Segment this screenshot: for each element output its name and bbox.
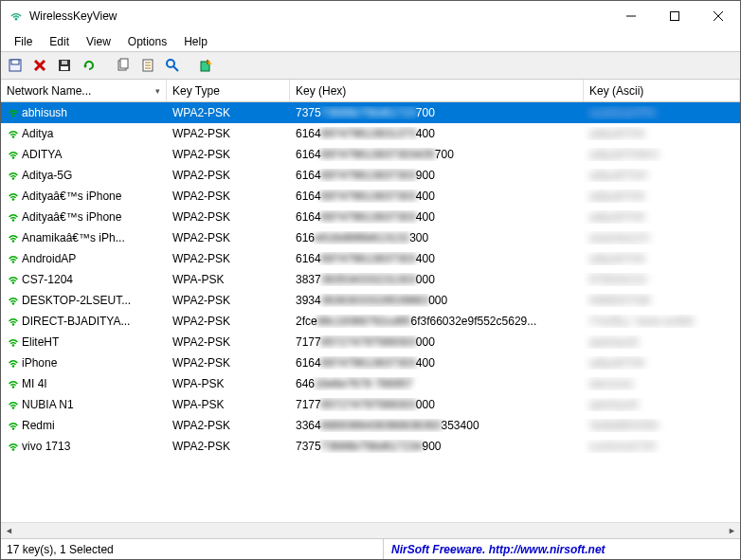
table-row[interactable]: Anamikaâ€™s iPh...WPA2-PSK616e616d696b61…	[1, 227, 740, 248]
cell-network-name: Redmi	[1, 419, 167, 432]
scroll-track[interactable]	[17, 523, 724, 539]
scroll-right-button[interactable]: ►	[724, 523, 740, 539]
cell-key-ascii: adtyo87H4	[584, 190, 740, 203]
status-vendor: NirSoft Freeware. http://www.nirsoft.net	[384, 543, 736, 556]
refresh-icon[interactable]	[79, 55, 99, 76]
menu-options[interactable]: Options	[120, 33, 174, 50]
cell-network-name: DESKTOP-2LSEUT...	[1, 294, 167, 307]
cell-key-ascii: 3w8d86HH54	[584, 419, 740, 432]
svg-point-39	[12, 448, 15, 451]
cell-key-ascii: adtyo87H4	[584, 252, 740, 265]
cell-key-type: WPA2-PSK	[167, 127, 290, 140]
cell-key-type: WPA-PSK	[167, 398, 290, 411]
svg-point-38	[12, 427, 15, 430]
table-row[interactable]: Adityaâ€™s iPhoneWPA2-PSK616469747961383…	[1, 207, 740, 227]
cell-network-name: abhisush	[1, 106, 167, 119]
disk-icon[interactable]	[54, 55, 75, 76]
cell-key-hex: 6164697479613837303400	[290, 252, 584, 265]
svg-point-28	[12, 219, 15, 222]
header-key-hex[interactable]: Key (Hex)	[290, 80, 584, 101]
table-row[interactable]: ADITYAWPA2-PSK6164697479613837303435700a…	[1, 144, 740, 165]
svg-point-23	[12, 115, 15, 117]
menu-file[interactable]: File	[7, 33, 40, 50]
maximize-button[interactable]	[653, 2, 696, 30]
svg-rect-6	[11, 60, 19, 64]
svg-point-26	[12, 177, 15, 180]
table-row[interactable]: NUBIA N1WPA-PSK7177657274797569303000qwe…	[1, 394, 740, 415]
cell-key-ascii: qwertyui0	[584, 398, 740, 411]
table-row[interactable]: AdityaWPA2-PSK6164697479613831373400adty…	[1, 123, 740, 144]
menu-view[interactable]: View	[79, 33, 118, 50]
cell-key-type: WPA-PSK	[167, 377, 290, 390]
copy-icon[interactable]	[113, 55, 134, 76]
table-row[interactable]: MI 4IWPA-PSK64616e6e7678 766957dannove	[1, 373, 740, 394]
table-row[interactable]: RedmiWPA2-PSK336466693864383666363633534…	[1, 415, 740, 436]
svg-line-20	[173, 66, 178, 71]
svg-point-25	[12, 156, 15, 159]
statusbar: 17 key(s), 1 Selected NirSoft Freeware. …	[1, 538, 740, 559]
svg-point-33	[12, 323, 15, 326]
cell-key-type: WPA2-PSK	[167, 440, 290, 453]
cell-key-hex: 64616e6e7678 766957	[290, 377, 584, 390]
delete-icon[interactable]	[29, 55, 50, 76]
cell-key-type: WPA-PSK	[167, 273, 290, 286]
cell-key-type: WPA2-PSK	[167, 106, 290, 119]
vendor-link[interactable]: http://www.nirsoft.net	[489, 543, 605, 556]
table-row[interactable]: CS7-1204WPA-PSK3837363534333231303000876…	[1, 269, 740, 290]
menu-help[interactable]: Help	[176, 33, 215, 50]
svg-marker-12	[83, 65, 87, 68]
toolbar	[1, 51, 740, 80]
cell-key-hex: 737573686b756d61723700	[290, 106, 584, 119]
save-icon[interactable]	[5, 55, 26, 76]
table-row[interactable]: EliteHTWPA2-PSK7177657274797569303000qwe…	[1, 332, 740, 352]
table-row[interactable]: DIRECT-BJADITYA...WPA2-PSK2fce89c1936679…	[1, 311, 740, 332]
cell-key-type: WPA2-PSK	[167, 356, 290, 370]
cell-key-hex: 3837363534333231303000	[290, 273, 584, 286]
header-key-type[interactable]: Key Type	[167, 80, 290, 101]
svg-rect-14	[120, 59, 128, 68]
table-row[interactable]: vivo 1713WPA2-PSK737573686b756d617234900…	[1, 436, 740, 457]
window-title: WirelessKeyView	[29, 9, 609, 23]
cell-key-hex: 6164697479613837303435700	[290, 148, 584, 161]
cell-network-name: Adityaâ€™s iPhone	[1, 210, 167, 224]
cell-key-hex: 6164697479613831373400	[290, 127, 584, 140]
properties-icon[interactable]	[137, 55, 158, 76]
header-key-ascii[interactable]: Key (Ascii)	[584, 80, 740, 101]
close-button[interactable]	[696, 2, 740, 30]
svg-point-37	[12, 406, 15, 409]
find-icon[interactable]	[162, 55, 183, 76]
table-row[interactable]: Aditya-5GWPA2-PSK6164697479613837303900a…	[1, 165, 740, 186]
cell-key-ascii: dannove	[584, 377, 740, 390]
table-row[interactable]: AndroidAPWPA2-PSK6164697479613837303400a…	[1, 248, 740, 269]
cell-key-type: WPA2-PSK	[167, 335, 290, 349]
svg-point-32	[12, 302, 15, 305]
header-network-name[interactable]: Network Name...▾	[1, 80, 167, 101]
cell-key-type: WPA2-PSK	[167, 252, 290, 265]
export-icon[interactable]	[196, 55, 217, 76]
cell-network-name: Aditya	[1, 127, 167, 140]
table-row[interactable]: Adityaâ€™s iPhoneWPA2-PSK616469747961383…	[1, 186, 740, 207]
window-controls	[609, 2, 740, 30]
menu-edit[interactable]: Edit	[42, 33, 77, 50]
table-row[interactable]: abhisushWPA2-PSK737573686b756d61723700su…	[1, 102, 740, 123]
cell-network-name: Aditya-5G	[1, 169, 167, 182]
status-selection: 17 key(s), 1 Selected	[5, 539, 384, 559]
scroll-left-button[interactable]: ◄	[1, 523, 17, 539]
table-row[interactable]: iPhoneWPA2-PSK6164697479613837303400adty…	[1, 352, 740, 373]
cell-key-type: WPA2-PSK	[167, 148, 290, 161]
table-body: abhisushWPA2-PSK737573686b756d61723700su…	[1, 102, 740, 522]
cell-network-name: EliteHT	[1, 335, 167, 349]
cell-key-hex: 6164697479613837303400	[290, 210, 584, 224]
horizontal-scrollbar[interactable]: ◄ ►	[1, 522, 740, 538]
cell-network-name: ADITYA	[1, 148, 167, 161]
table-row[interactable]: DESKTOP-2LSEUT...WPA2-PSK393436363033326…	[1, 290, 740, 311]
cell-key-ascii: sushmod7Pe	[584, 106, 740, 119]
menubar: FileEditViewOptionsHelp	[1, 31, 740, 51]
cell-key-type: WPA2-PSK	[167, 169, 290, 182]
cell-network-name: CS7-1204	[1, 273, 167, 286]
cell-network-name: DIRECT-BJADITYA...	[1, 315, 167, 328]
cell-network-name: AndroidAP	[1, 252, 167, 265]
minimize-button[interactable]	[609, 2, 653, 30]
cell-key-type: WPA2-PSK	[167, 294, 290, 307]
cell-key-hex: 616e616d696b613132300	[290, 231, 584, 244]
